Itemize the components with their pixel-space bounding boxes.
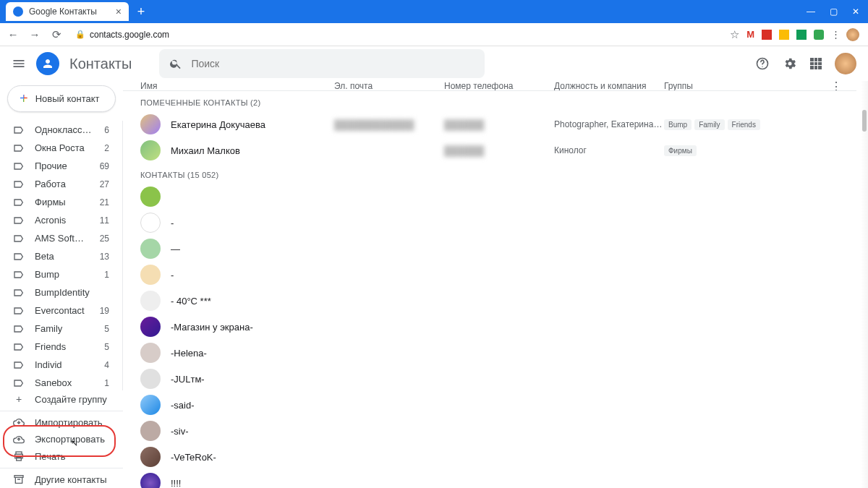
nav-back-button[interactable]: ← bbox=[6, 28, 20, 40]
nav-reload-button[interactable]: ⟳ bbox=[49, 28, 64, 41]
import-label: Импортировать bbox=[35, 417, 103, 428]
ext-icon-red[interactable] bbox=[762, 30, 772, 40]
contact-avatar bbox=[140, 187, 161, 207]
label-name: Одноклассники bbox=[35, 124, 94, 135]
contact-row[interactable]: -said- bbox=[123, 392, 868, 418]
other-contacts-button[interactable]: Другие контакты bbox=[0, 471, 120, 488]
label-name: Прочие bbox=[35, 160, 90, 171]
bookmark-star-icon[interactable]: ☆ bbox=[730, 28, 739, 41]
contact-phone: ██████ bbox=[444, 119, 554, 130]
contact-name: !!!! bbox=[171, 478, 334, 489]
contact-row[interactable]: -siv- bbox=[123, 418, 868, 444]
col-email[interactable]: Эл. почта bbox=[334, 81, 444, 91]
label-icon bbox=[13, 287, 25, 299]
contact-row[interactable]: -VeTeRoK- bbox=[123, 444, 868, 470]
label-item[interactable]: Sanebox1 bbox=[0, 374, 119, 390]
svg-rect-5 bbox=[14, 476, 23, 478]
col-groups[interactable]: Группы bbox=[664, 81, 851, 91]
label-item[interactable]: Bump1 bbox=[0, 265, 119, 283]
new-tab-button[interactable]: + bbox=[132, 2, 150, 21]
browser-tab[interactable]: Google Контакты × bbox=[6, 2, 129, 21]
label-count: 1 bbox=[104, 378, 109, 388]
contact-avatar bbox=[140, 239, 161, 259]
group-chip: Bump bbox=[664, 119, 692, 130]
contact-row[interactable]: -Магазин у экрана- bbox=[123, 314, 868, 340]
contact-name: — bbox=[171, 244, 334, 254]
browser-menu-icon[interactable]: ⋮ bbox=[831, 29, 839, 40]
label-icon bbox=[13, 251, 25, 262]
contact-row[interactable]: !!!! bbox=[123, 470, 868, 488]
help-button[interactable] bbox=[755, 56, 770, 71]
scrollbar-thumb[interactable] bbox=[862, 110, 867, 132]
contact-row[interactable]: -JULтм- bbox=[123, 366, 868, 392]
print-button[interactable]: Печать bbox=[0, 448, 120, 464]
label-count: 69 bbox=[100, 161, 109, 171]
label-item[interactable]: BumpIdentity bbox=[0, 283, 119, 301]
label-item[interactable]: AMS Software25 bbox=[0, 229, 119, 247]
group-chip: Family bbox=[694, 119, 724, 130]
print-label: Печать bbox=[35, 451, 66, 462]
header-more-button[interactable]: ⋮ bbox=[830, 81, 842, 93]
settings-button[interactable] bbox=[783, 56, 797, 71]
contact-row[interactable]: — bbox=[123, 236, 868, 262]
browser-profile-avatar[interactable] bbox=[846, 28, 859, 41]
label-item[interactable]: Family5 bbox=[0, 320, 119, 338]
label-icon bbox=[13, 269, 25, 281]
main-content: Имя Эл. почта Номер телефона Должность и… bbox=[123, 81, 868, 488]
label-item[interactable]: Фирмы21 bbox=[0, 193, 119, 211]
contact-row[interactable]: Екатерина Докучаева██████████████████Pho… bbox=[123, 111, 868, 137]
contact-row[interactable] bbox=[123, 184, 868, 210]
plus-icon: + bbox=[13, 393, 25, 405]
label-icon bbox=[13, 323, 25, 335]
new-contact-button[interactable]: + Новый контакт bbox=[7, 85, 116, 112]
contact-row[interactable]: Михаил Малков██████КинологФирмы bbox=[123, 137, 868, 163]
label-item[interactable]: Individ4 bbox=[0, 356, 119, 374]
label-item[interactable]: Acronis11 bbox=[0, 211, 119, 229]
label-count: 21 bbox=[100, 197, 109, 207]
label-count: 5 bbox=[104, 324, 109, 334]
create-group-label: Создайте группу bbox=[35, 394, 110, 405]
create-group-button[interactable]: + Создайте группу bbox=[0, 390, 120, 407]
address-bar[interactable]: 🔒 contacts.google.com bbox=[75, 30, 169, 40]
label-name: Beta bbox=[35, 251, 90, 262]
contact-avatar bbox=[140, 395, 161, 415]
app-title: Контакты bbox=[69, 56, 132, 72]
contact-avatar bbox=[140, 140, 161, 160]
col-job[interactable]: Должность и компания bbox=[554, 81, 664, 91]
window-close-button[interactable]: ✕ bbox=[852, 7, 859, 17]
ext-icon-orange[interactable] bbox=[779, 30, 789, 40]
col-name[interactable]: Имя bbox=[140, 81, 334, 91]
account-avatar[interactable] bbox=[835, 53, 856, 74]
url-text: contacts.google.com bbox=[90, 30, 169, 40]
ext-icon-green[interactable] bbox=[796, 30, 807, 40]
contact-row[interactable]: -Helena- bbox=[123, 340, 868, 366]
window-minimize-button[interactable]: — bbox=[807, 7, 815, 17]
export-button[interactable]: Экспортировать bbox=[0, 431, 120, 448]
import-icon bbox=[13, 416, 25, 428]
label-item[interactable]: Evercontact19 bbox=[0, 301, 119, 320]
contact-row[interactable]: - bbox=[123, 210, 868, 236]
tab-close-icon[interactable]: × bbox=[116, 7, 122, 17]
google-apps-button[interactable] bbox=[810, 58, 822, 69]
window-maximize-button[interactable]: ▢ bbox=[830, 7, 838, 17]
label-item[interactable]: Прочие69 bbox=[0, 157, 119, 175]
label-item[interactable]: Работа27 bbox=[0, 175, 119, 193]
label-item[interactable]: Окна Роста2 bbox=[0, 139, 119, 157]
scrollbar-track[interactable] bbox=[861, 81, 868, 488]
nav-forward-button[interactable]: → bbox=[27, 28, 42, 40]
label-item[interactable]: Friends5 bbox=[0, 338, 119, 356]
label-item[interactable]: Одноклассники6 bbox=[0, 121, 119, 139]
label-item[interactable]: Beta13 bbox=[0, 247, 119, 265]
main-menu-button[interactable] bbox=[12, 56, 26, 71]
contact-row[interactable]: - bbox=[123, 262, 868, 288]
new-contact-label: Новый контакт bbox=[35, 93, 100, 104]
search-input[interactable] bbox=[191, 58, 475, 69]
evernote-ext-icon[interactable] bbox=[814, 30, 824, 40]
import-button[interactable]: Импортировать bbox=[0, 414, 120, 431]
gmail-ext-icon[interactable]: M bbox=[746, 29, 754, 40]
contact-job: Кинолог bbox=[554, 145, 664, 155]
col-phone[interactable]: Номер телефона bbox=[444, 81, 554, 91]
search-box[interactable] bbox=[159, 49, 485, 78]
label-count: 27 bbox=[100, 179, 109, 189]
contact-row[interactable]: - 40°С *** bbox=[123, 288, 868, 314]
